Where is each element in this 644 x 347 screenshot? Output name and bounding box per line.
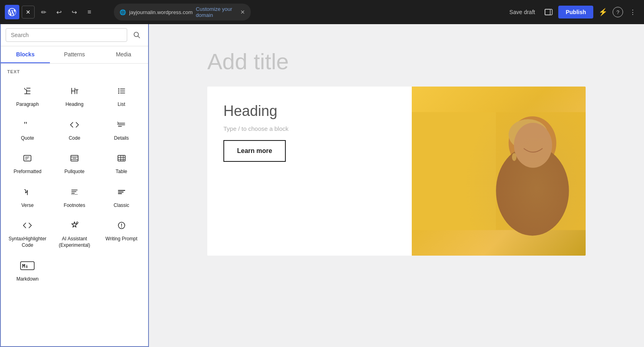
editor-area: Add title Heading Type / to choose a blo… [149,24,644,347]
svg-point-8 [118,91,119,92]
syntaxhighlighter-icon [20,218,35,233]
svg-point-2 [134,32,138,37]
block-placeholder[interactable]: Type / to choose a block [223,125,396,132]
footnotes-icon [67,185,82,199]
quote-icon: " [20,118,35,132]
block-item-pullquote[interactable]: Pullquote [51,145,98,179]
heading-label: Heading [66,101,84,108]
svg-point-38 [121,227,122,227]
ai-assistant-icon [67,218,82,233]
redo-icon[interactable]: ↪ [68,6,80,19]
list-icon [114,84,129,98]
image-section [412,87,586,256]
topbar-left: ✕ ✏ ↩ ↪ ≡ [5,5,96,19]
list-label: List [118,101,125,108]
svg-line-3 [138,36,140,38]
block-item-quote[interactable]: " Quote [4,112,51,146]
block-item-ai-assistant[interactable]: AI Assistant (Experimental) [51,213,98,252]
classic-label: Classic [114,202,129,209]
block-item-markdown[interactable]: M↓ Markdown [4,253,51,287]
block-item-syntax-highlighter[interactable]: SyntaxHighlighter Code [4,213,51,252]
content-block: Heading Type / to choose a block Learn m… [207,87,586,256]
edit-icon[interactable]: ✏ [37,6,50,19]
details-label: Details [114,135,129,142]
block-heading[interactable]: Heading [223,103,396,120]
quote-label: Quote [21,135,34,142]
svg-rect-1 [545,9,550,15]
tab-media[interactable]: Media [99,46,148,63]
tab-blocks[interactable]: Blocks [1,46,50,63]
preformatted-label: Preformatted [14,169,41,175]
svg-point-42 [508,116,556,170]
writing-prompt-icon [114,218,129,233]
search-bar [1,24,148,46]
block-item-writing-prompt[interactable]: Writing Prompt [98,213,145,252]
details-icon [114,118,129,132]
svg-point-9 [118,93,119,94]
featured-image[interactable] [412,87,586,256]
block-item-classic[interactable]: Classic [98,179,145,213]
help-icon[interactable]: ? [613,7,623,17]
svg-point-7 [118,89,119,90]
publish-button[interactable]: Publish [558,6,593,19]
paragraph-icon [20,84,35,98]
ai-assistant-label: AI Assistant (Experimental) [54,236,95,248]
search-button[interactable] [130,29,143,41]
classic-icon [114,185,129,199]
svg-point-43 [496,146,569,235]
topbar-right: Save draft Publish ⚡ ? ⋮ [506,6,639,19]
blocks-grid: Paragraph Heading [1,76,148,288]
url-bar: 🌐 jayjournalin.wordpress.com Customize y… [114,4,251,21]
pullquote-icon [67,151,82,165]
svg-rect-0 [545,9,552,15]
heading-icon [67,84,82,98]
svg-point-46 [512,153,516,161]
code-label: Code [69,135,80,142]
markdown-icon: M↓ [20,258,35,273]
settings-icon[interactable]: ⋮ [626,6,639,19]
block-item-heading[interactable]: Heading [51,78,98,112]
jetpack-icon[interactable]: ⚡ [597,6,609,19]
learn-more-button[interactable]: Learn more [223,140,286,162]
tools-icon[interactable]: ≡ [83,6,96,19]
undo-icon[interactable]: ↩ [52,6,65,19]
post-title[interactable]: Add title [183,40,610,87]
customize-domain-link[interactable]: Customize your domain [196,6,237,18]
svg-point-44 [508,119,548,150]
svg-rect-33 [118,192,124,192]
svg-rect-47 [412,112,496,230]
writing-prompt-label: Writing Prompt [105,236,137,242]
block-item-paragraph[interactable]: Paragraph [4,78,51,112]
table-icon [114,151,129,165]
verse-label: Verse [21,202,34,209]
topbar: ✕ ✏ ↩ ↪ ≡ 🌐 jayjournalin.wordpress.com C… [0,0,644,24]
section-text-label: TEXT [1,64,148,76]
block-item-verse[interactable]: Verse [4,179,51,213]
preformatted-icon [20,151,35,165]
main-layout: Blocks Patterns Media TEXT Paragraph [0,24,644,347]
svg-point-35 [76,222,78,223]
verse-icon [20,185,35,199]
url-close-icon[interactable]: ✕ [240,9,245,15]
close-button[interactable]: ✕ [22,6,35,19]
pullquote-label: Pullquote [64,169,85,175]
svg-rect-34 [118,193,122,194]
block-item-footnotes[interactable]: Footnotes [51,179,98,213]
block-item-details[interactable]: Details [98,112,145,146]
block-item-preformatted[interactable]: Preformatted [4,145,51,179]
table-label: Table [116,169,127,175]
text-section: Heading Type / to choose a block Learn m… [207,87,412,256]
svg-text:": " [24,120,27,130]
block-item-code[interactable]: Code [51,112,98,146]
block-item-list[interactable]: List [98,78,145,112]
globe-icon: 🌐 [120,9,126,15]
search-input[interactable] [6,28,127,42]
site-url: jayjournalin.wordpress.com [129,9,193,15]
wordpress-logo[interactable] [5,5,19,19]
save-draft-button[interactable]: Save draft [506,6,539,18]
svg-point-45 [514,123,552,168]
view-icon[interactable] [542,6,555,19]
tab-patterns[interactable]: Patterns [50,46,99,63]
block-item-table[interactable]: Table [98,145,145,179]
svg-rect-32 [118,190,125,191]
